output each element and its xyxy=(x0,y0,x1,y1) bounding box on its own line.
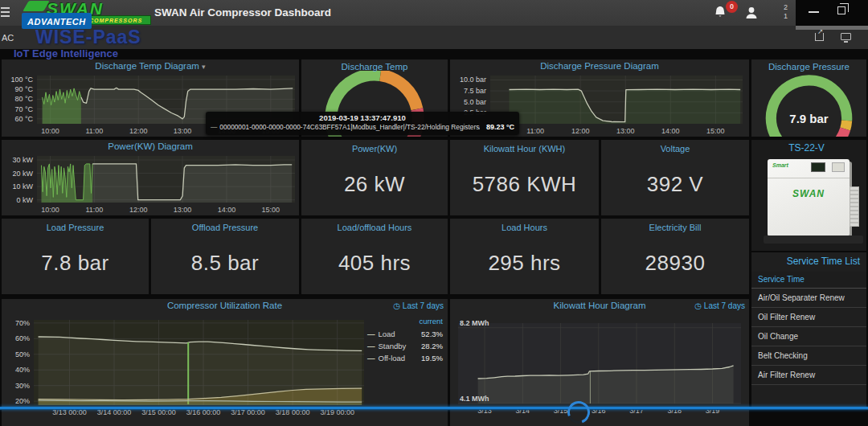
discharge-pressure-gauge xyxy=(751,71,866,137)
load-pressure-stat-panel: Load Pressure 7.8 bar xyxy=(2,219,149,294)
svg-text:15:00: 15:00 xyxy=(262,206,280,214)
machine-model-label: TS-22-V xyxy=(751,142,862,154)
chevron-down-icon: ▾ xyxy=(202,63,206,71)
svg-text:14:00: 14:00 xyxy=(218,206,236,214)
svg-text:40%: 40% xyxy=(15,366,30,374)
svg-text:30 kW: 30 kW xyxy=(12,156,33,164)
share-icon[interactable] xyxy=(815,33,824,41)
svg-text:10:00: 10:00 xyxy=(41,127,59,135)
video-progress-bar[interactable] xyxy=(0,407,868,409)
series-swatch: — xyxy=(367,340,375,352)
stat-value: 405 hrs xyxy=(338,232,411,294)
table-column-header[interactable]: Service Time xyxy=(751,272,866,289)
discharge-pressure-gauge-panel: Discharge Pressure 7.9 bar xyxy=(751,59,866,137)
restore-window-button[interactable] xyxy=(837,6,845,14)
stat-title: Electricity Bill xyxy=(649,223,702,232)
svg-text:50%: 50% xyxy=(15,350,30,358)
svg-text:20%: 20% xyxy=(15,397,30,405)
table-row[interactable]: Oil Filter Renew xyxy=(751,308,866,327)
stat-value: 7.8 bar xyxy=(41,232,108,294)
svg-text:8.2 MWh: 8.2 MWh xyxy=(460,319,489,327)
swan-logo-wing xyxy=(23,1,50,11)
power-kw-chart[interactable]: 10:0011:0012:0013:0014:0015:0030 kW20 kW… xyxy=(2,151,299,215)
kilowatt-hour-stat-panel: Kilowatt Hour (KWH) 5786 KWH xyxy=(450,140,599,215)
svg-text:10 kW: 10 kW xyxy=(12,182,33,190)
machine-image-panel: TS-22-V Smart SWAN xyxy=(751,140,866,251)
svg-text:100 °C: 100 °C xyxy=(10,76,33,84)
svg-text:13:00: 13:00 xyxy=(174,127,192,135)
stat-title: Power(KW) xyxy=(352,144,397,154)
stat-value: 392 V xyxy=(647,154,703,215)
stat-title: Kilowatt Hour (KWH) xyxy=(484,144,565,154)
panel-title: Service Time List xyxy=(787,256,860,267)
svg-text:90 °C: 90 °C xyxy=(14,85,33,93)
svg-text:11:00: 11:00 xyxy=(85,127,103,135)
chart-legend: current — Load 52.3% — Standby 28.2% — O… xyxy=(367,317,443,364)
electricity-bill-stat-panel: Electricity Bill 28930 xyxy=(601,219,749,294)
clock-text: 21 xyxy=(784,3,795,21)
svg-text:70 °C: 70 °C xyxy=(14,105,33,113)
svg-text:60 °C: 60 °C xyxy=(14,115,33,123)
svg-text:80 °C: 80 °C xyxy=(14,95,33,103)
hamburger-menu-icon[interactable] xyxy=(1,5,10,19)
iot-edge-intelligence-label: IoT Edge Intelligence xyxy=(14,47,118,59)
svg-text:30%: 30% xyxy=(15,382,30,390)
svg-text:14:00: 14:00 xyxy=(661,127,680,135)
tooltip-series-mark: — xyxy=(211,123,217,131)
wise-paas-watermark: WISE-PaaS xyxy=(35,27,141,48)
panel-title[interactable]: Discharge Pressure Diagram xyxy=(450,61,749,71)
offload-pressure-stat-panel: Offload Pressure 8.5 bar xyxy=(151,219,299,294)
stat-value: 295 hrs xyxy=(488,232,560,294)
user-avatar-icon[interactable] xyxy=(743,5,760,21)
svg-text:70%: 70% xyxy=(15,319,30,327)
svg-text:11:00: 11:00 xyxy=(526,127,544,135)
voltage-stat-panel: Voltage 392 V xyxy=(601,140,749,215)
service-time-list-panel: Service Time List Service Time Air/Oil S… xyxy=(751,252,866,407)
stat-value: 26 kW xyxy=(344,154,405,215)
floating-window-scrollbar[interactable] xyxy=(796,26,868,30)
gauge-value: 7.9 bar xyxy=(751,112,866,125)
stat-value: 5786 KWH xyxy=(473,154,577,215)
tooltip-timestamp: 2019-03-19 13:37:47.910 xyxy=(211,113,514,122)
power-kw-stat-panel: Power(KW) 26 kW xyxy=(301,140,448,215)
legend-header: current xyxy=(367,317,443,326)
svg-text:12:00: 12:00 xyxy=(129,206,148,214)
panel-title[interactable]: Discharge Temp Diagram ▾ xyxy=(2,61,299,71)
svg-text:5.0 bar: 5.0 bar xyxy=(464,98,486,106)
stat-value: 8.5 bar xyxy=(191,232,259,294)
titlebar: SWAN ADVANTECH COMPRESSORS SWAN Air Comp… xyxy=(0,0,868,26)
panel-title[interactable]: Power(KW) Diagram xyxy=(2,141,299,151)
svg-text:12:00: 12:00 xyxy=(129,127,148,135)
time-range-selector[interactable]: ◷ Last 7 days xyxy=(393,301,444,310)
table-row[interactable]: Air/Oil Separater Renew xyxy=(751,289,866,308)
table-row[interactable]: Belt Checking xyxy=(751,346,866,366)
svg-text:0 kW: 0 kW xyxy=(16,196,33,204)
svg-text:12:00: 12:00 xyxy=(571,127,590,135)
svg-text:13:00: 13:00 xyxy=(616,127,635,135)
svg-text:15:00: 15:00 xyxy=(706,127,725,135)
chart-tooltip: 2019-03-19 13:37:47.910 — 00000001-0000-… xyxy=(206,112,519,135)
panel-title[interactable]: Compressor Utilization Rate xyxy=(2,301,448,310)
legend-item-offload[interactable]: — Off-load 19.5% xyxy=(367,352,443,364)
machine-screen xyxy=(811,162,825,172)
table-row[interactable]: Oil Change xyxy=(751,327,866,346)
svg-text:7.5 bar: 7.5 bar xyxy=(464,87,486,95)
svg-text:10.0 bar: 10.0 bar xyxy=(460,76,486,84)
dashboard-screen: SWAN ADVANTECH COMPRESSORS SWAN Air Comp… xyxy=(0,0,868,426)
breadcrumb: AC xyxy=(2,33,14,43)
machine-base xyxy=(764,236,863,244)
load-hours-stat-panel: Load Hours 295 hrs xyxy=(450,219,599,294)
clock-icon: ◷ xyxy=(393,301,400,310)
panel-title: Discharge Pressure xyxy=(751,62,866,72)
legend-item-load[interactable]: — Load 52.3% xyxy=(367,328,443,340)
svg-text:10:00: 10:00 xyxy=(41,206,59,214)
tooltip-value: 89.23 °C xyxy=(480,123,514,131)
time-range-selector[interactable]: ◷ Last 7 days xyxy=(694,301,745,310)
minimize-button[interactable] xyxy=(809,11,819,13)
monitor-icon[interactable] xyxy=(841,33,851,40)
legend-item-standby[interactable]: — Standby 28.2% xyxy=(367,340,443,352)
svg-text:11:00: 11:00 xyxy=(85,206,103,214)
svg-text:20 kW: 20 kW xyxy=(12,170,33,178)
stat-title: Load Pressure xyxy=(47,223,104,232)
table-row[interactable]: Air Filter Renew xyxy=(751,366,866,385)
